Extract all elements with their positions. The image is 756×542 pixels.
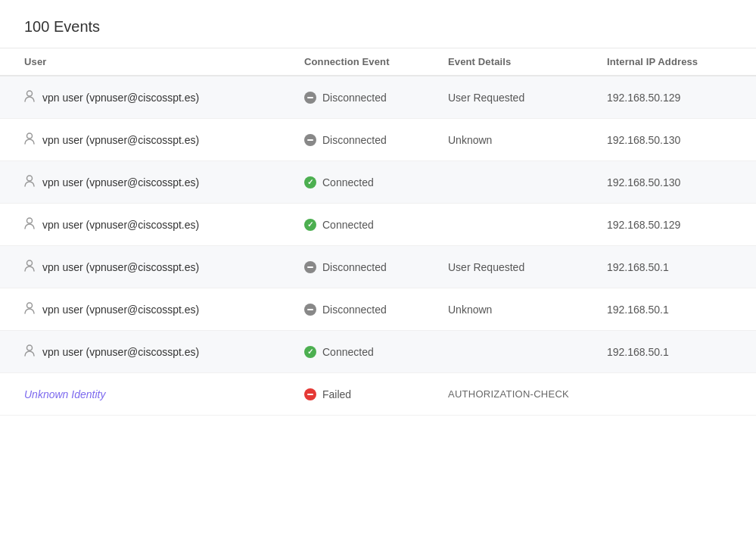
- table-header-row: User Connection Event Event Details Inte…: [0, 48, 756, 76]
- user-cell: vpn user (vpnuser@ciscosspt.es): [24, 90, 304, 105]
- connection-event-cell: Failed: [304, 388, 448, 400]
- user-icon: [24, 132, 35, 148]
- connected-status-icon: [304, 219, 316, 231]
- user-icon: [24, 90, 35, 105]
- user-cell: vpn user (vpnuser@ciscosspt.es): [24, 302, 304, 317]
- events-table: User Connection Event Event Details Inte…: [0, 48, 756, 416]
- ip-address-cell: 192.168.50.130: [607, 176, 732, 188]
- user-icon: [24, 260, 35, 275]
- event-details-cell: User Requested: [448, 261, 607, 273]
- user-name: vpn user (vpnuser@ciscosspt.es): [42, 219, 199, 231]
- event-details-cell: Unknown: [448, 134, 607, 146]
- table-row: vpn user (vpnuser@ciscosspt.es)Disconnec…: [0, 246, 756, 288]
- table-body: vpn user (vpnuser@ciscosspt.es)Disconnec…: [0, 76, 756, 416]
- user-name: vpn user (vpnuser@ciscosspt.es): [42, 261, 199, 273]
- user-cell: vpn user (vpnuser@ciscosspt.es): [24, 344, 304, 360]
- user-icon: [24, 302, 35, 317]
- page-title: 100 Events: [24, 18, 732, 36]
- svg-point-2: [27, 176, 33, 181]
- connection-event-cell: Connected: [304, 219, 448, 231]
- ip-address-cell: 192.168.50.129: [607, 92, 732, 104]
- svg-point-5: [27, 303, 33, 308]
- svg-point-0: [27, 91, 33, 96]
- connection-event-cell: Connected: [304, 346, 448, 358]
- table-row: vpn user (vpnuser@ciscosspt.es)Disconnec…: [0, 119, 756, 161]
- user-column-header: User: [24, 56, 304, 67]
- page-container: 100 Events User Connection Event Event D…: [0, 0, 756, 542]
- disconnected-status-icon: [304, 261, 316, 273]
- svg-point-1: [27, 133, 33, 139]
- user-icon: [24, 175, 35, 190]
- table-row: vpn user (vpnuser@ciscosspt.es)Connected…: [0, 204, 756, 246]
- table-row: vpn user (vpnuser@ciscosspt.es)Disconnec…: [0, 288, 756, 331]
- event-details-cell: Unknown: [448, 304, 607, 316]
- user-cell: vpn user (vpnuser@ciscosspt.es): [24, 260, 304, 275]
- connection-status-text: Disconnected: [322, 134, 387, 146]
- event-details-cell: User Requested: [448, 92, 607, 104]
- event-details-cell: AUTHORIZATION-CHECK: [448, 388, 607, 400]
- disconnected-status-icon: [304, 92, 316, 104]
- event-details-column-header: Event Details: [448, 56, 607, 67]
- connection-status-text: Connected: [322, 346, 374, 358]
- ip-address-cell: 192.168.50.1: [607, 261, 732, 273]
- disconnected-status-icon: [304, 134, 316, 146]
- connection-status-text: Disconnected: [322, 304, 387, 316]
- ip-address-cell: 192.168.50.129: [607, 219, 732, 231]
- table-row: vpn user (vpnuser@ciscosspt.es)Connected…: [0, 331, 756, 373]
- connection-event-cell: Disconnected: [304, 261, 448, 273]
- user-cell: vpn user (vpnuser@ciscosspt.es): [24, 175, 304, 190]
- connection-status-text: Failed: [322, 388, 351, 400]
- connection-event-cell: Disconnected: [304, 134, 448, 146]
- user-cell: Unknown Identity: [24, 388, 304, 400]
- connected-status-icon: [304, 176, 316, 188]
- connection-status-text: Connected: [322, 219, 374, 231]
- ip-address-cell: 192.168.50.1: [607, 304, 732, 316]
- connection-status-text: Disconnected: [322, 261, 387, 273]
- failed-status-icon: [304, 388, 316, 400]
- user-name: Unknown Identity: [24, 388, 105, 400]
- user-icon: [24, 344, 35, 360]
- user-name: vpn user (vpnuser@ciscosspt.es): [42, 134, 199, 146]
- user-name: vpn user (vpnuser@ciscosspt.es): [42, 346, 199, 358]
- svg-point-4: [27, 260, 33, 266]
- table-row: vpn user (vpnuser@ciscosspt.es)Disconnec…: [0, 76, 756, 119]
- user-name: vpn user (vpnuser@ciscosspt.es): [42, 92, 199, 104]
- connection-event-column-header: Connection Event: [304, 56, 448, 67]
- ip-address-column-header: Internal IP Address: [607, 56, 732, 67]
- connection-event-cell: Disconnected: [304, 92, 448, 104]
- svg-point-6: [27, 345, 33, 350]
- page-header: 100 Events: [0, 0, 756, 48]
- table-row: Unknown IdentityFailedAUTHORIZATION-CHEC…: [0, 373, 756, 416]
- svg-point-3: [27, 218, 33, 223]
- connection-event-cell: Disconnected: [304, 304, 448, 316]
- connection-status-text: Connected: [322, 176, 374, 188]
- table-row: vpn user (vpnuser@ciscosspt.es)Connected…: [0, 161, 756, 204]
- user-name: vpn user (vpnuser@ciscosspt.es): [42, 176, 199, 188]
- ip-address-cell: 192.168.50.1: [607, 346, 732, 358]
- connected-status-icon: [304, 346, 316, 358]
- user-icon: [24, 217, 35, 232]
- user-name: vpn user (vpnuser@ciscosspt.es): [42, 304, 199, 316]
- disconnected-status-icon: [304, 304, 316, 316]
- connection-status-text: Disconnected: [322, 92, 387, 104]
- connection-event-cell: Connected: [304, 176, 448, 188]
- ip-address-cell: 192.168.50.130: [607, 134, 732, 146]
- user-cell: vpn user (vpnuser@ciscosspt.es): [24, 132, 304, 148]
- user-cell: vpn user (vpnuser@ciscosspt.es): [24, 217, 304, 232]
